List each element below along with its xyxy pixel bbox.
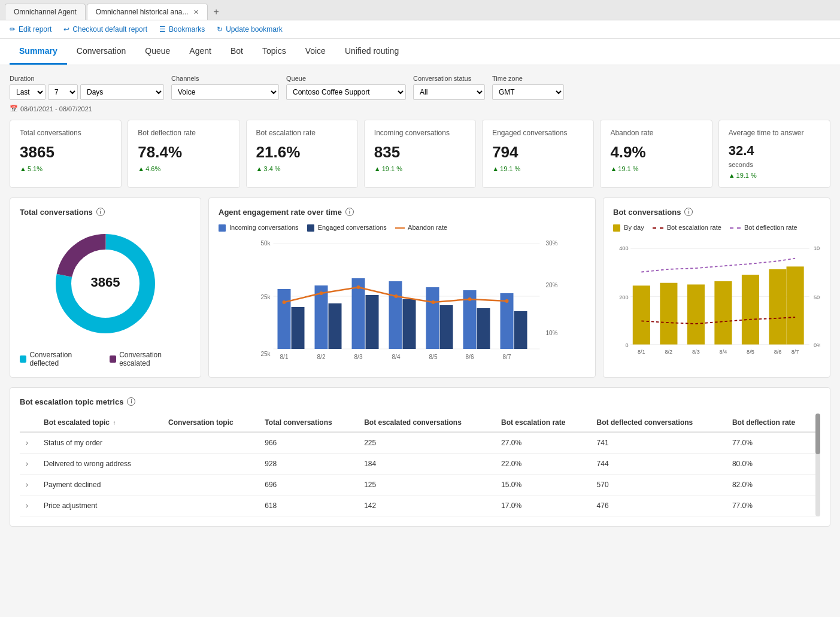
legend-color-abandon [395,227,405,229]
td-deflected: 570 [591,474,726,495]
duration-type-select[interactable]: Last [10,84,46,100]
svg-text:8/2: 8/2 [317,354,326,360]
td-escalated: 125 [358,474,495,495]
duration-unit-select[interactable]: Days [80,84,164,100]
th-expand [20,414,38,432]
info-icon[interactable]: i [345,208,354,216]
td-esc-rate: 22.0% [495,453,591,474]
svg-text:8/7: 8/7 [792,349,799,355]
tab-voice[interactable]: Voice [296,39,335,65]
td-conv-topic [162,474,259,495]
legend-color-incoming [219,224,226,232]
tab-topics[interactable]: Topics [253,39,296,65]
th-bot-escalated-topic[interactable]: Bot escalated topic ↑ [38,414,162,432]
tab-historical-analytics[interactable]: Omnichannel historical ana... ✕ [87,4,208,20]
queue-select[interactable]: Contoso Coffee Support [286,84,406,100]
table-row: › Status of my order 966 225 27.0% 741 7… [20,432,820,454]
kpi-value: 4.9% [610,143,702,162]
donut-legend: Conversation deflected Conversation esca… [20,351,191,367]
bar-day-2 [660,282,677,344]
update-bookmark-button[interactable]: ↻ Update bookmark [217,25,283,34]
tab-unified-routing[interactable]: Unified routing [335,39,408,65]
kpi-title: Bot escalation rate [256,129,348,138]
th-total-conversations[interactable]: Total conversations [259,414,358,432]
svg-text:8/7: 8/7 [503,354,511,360]
bar-engaged-7 [514,311,527,349]
info-icon[interactable]: i [96,208,105,216]
update-bookmark-label: Update bookmark [226,25,283,34]
tab-agent[interactable]: Agent [180,39,221,65]
svg-text:100%: 100% [814,245,820,251]
td-total: 696 [259,474,358,495]
conv-status-select[interactable]: All [413,84,485,100]
td-conv-topic [162,495,259,516]
td-defl-rate: 82.0% [726,474,820,495]
table-scrollbar[interactable] [815,414,820,516]
td-escalated: 184 [358,453,495,474]
td-total: 618 [259,495,358,516]
svg-text:25k: 25k [260,351,271,357]
th-bot-escalated-convs[interactable]: Bot escalated conversations [358,414,495,432]
tab-conversation[interactable]: Conversation [67,39,136,65]
info-icon[interactable]: i [684,208,693,216]
close-tab-icon[interactable]: ✕ [193,8,199,16]
agent-engagement-svg: 50k 25k 25k 30% 20% 10% [219,236,586,362]
tab-summary[interactable]: Summary [10,39,67,65]
chart-title: Bot conversations i [613,208,820,217]
bar-engaged-6 [477,308,490,349]
legend-label-escalated: Conversation escalated [119,351,191,367]
checkout-default-button[interactable]: ↩ Checkout default report [63,25,147,34]
tab-omnichannel-agent[interactable]: Omnichannel Agent [5,4,86,20]
bar-day-5 [742,275,759,345]
legend-abandon: Abandon rate [395,224,448,232]
channels-select[interactable]: Voice [171,84,279,100]
checkout-label: Checkout default report [72,25,147,34]
tab-bot[interactable]: Bot [221,39,253,65]
bookmarks-label: Bookmarks [169,25,205,34]
timezone-select[interactable]: GMT [492,84,564,100]
kpi-abandon-rate: Abandon rate 4.9% ▲ 19.1 % [600,120,712,188]
legend-color-deflected [20,355,26,363]
legend-esc-rate: Bot escalation rate [653,224,721,232]
svg-text:8/6: 8/6 [774,349,782,355]
arrow-up-icon: ▲ [374,165,381,172]
svg-text:10%: 10% [546,330,558,336]
expand-row-button[interactable]: › [26,460,28,468]
th-bot-escalation-rate[interactable]: Bot escalation rate [495,414,591,432]
kpi-title: Total conversations [20,129,111,138]
td-conv-topic [162,432,259,454]
duration-value-select[interactable]: 7 [48,84,78,100]
expand-row-button[interactable]: › [26,439,28,447]
expand-row-button[interactable]: › [26,501,28,510]
svg-text:8/1: 8/1 [280,354,289,360]
bar-incoming-4 [389,281,402,349]
th-bot-deflection-rate[interactable]: Bot deflection rate [726,414,820,432]
kpi-title: Incoming conversations [374,129,466,138]
tab-queue[interactable]: Queue [135,39,180,65]
legend-color-engaged [307,224,314,232]
th-conversation-topic[interactable]: Conversation topic [162,414,259,432]
td-topic: Delivered to wrong address [38,453,162,474]
kpi-change: ▲ 4.6% [138,165,229,172]
timezone-filter: Time zone GMT [492,75,564,100]
th-bot-deflected-convs[interactable]: Bot deflected conversations [591,414,726,432]
kpi-bot-deflection-rate: Bot deflection rate 78.4% ▲ 4.6% [128,120,239,188]
queue-label: Queue [286,75,406,82]
info-icon[interactable]: i [127,397,135,406]
kpi-value: 835 [374,143,466,162]
kpi-incoming-conversations: Incoming conversations 835 ▲ 19.1 % [364,120,476,188]
scrollbar-thumb[interactable] [815,414,820,455]
agent-engagement-chart: Agent engagement rate over time i Incomi… [208,197,596,378]
svg-text:8/3: 8/3 [354,354,363,360]
bookmarks-button[interactable]: ☰ Bookmarks [159,25,205,34]
duration-filter: Duration Last 7 Days [10,75,164,100]
edit-report-button[interactable]: ✏ Edit report [10,25,51,34]
arrow-up-icon: ▲ [610,165,617,172]
table-row: › Payment declined 696 125 15.0% 570 82.… [20,474,820,495]
conv-status-filter: Conversation status All [413,75,485,100]
expand-row-button[interactable]: › [26,481,28,489]
svg-point-10 [320,291,323,295]
new-tab-button[interactable]: + [209,4,224,20]
bar-engaged-5 [440,305,453,349]
charts-row: Total conversations i 3865 Conversation … [10,197,830,378]
